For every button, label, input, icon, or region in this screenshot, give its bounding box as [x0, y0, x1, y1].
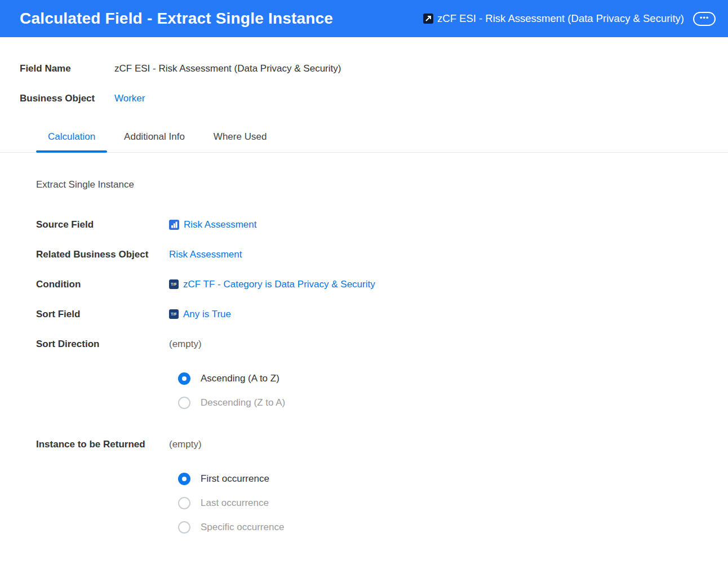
- section-title: Extract Single Instance: [36, 179, 728, 190]
- business-object-label: Business Object: [20, 93, 114, 104]
- source-field-link[interactable]: Risk Assessment: [184, 219, 256, 230]
- radio-last-occurrence[interactable]: Last occurrence: [178, 497, 728, 509]
- radio-button-unselected[interactable]: [178, 397, 190, 409]
- sort-direction-radio-group: Ascending (A to Z) Descending (Z to A): [178, 372, 728, 409]
- radio-specific-occurrence[interactable]: Specific occurrence: [178, 521, 728, 534]
- radio-ascending-label: Ascending (A to Z): [201, 373, 279, 384]
- radio-button-unselected[interactable]: [178, 521, 190, 534]
- radio-first-occurrence[interactable]: First occurrence: [178, 473, 728, 485]
- ellipsis-icon: •••: [700, 14, 709, 21]
- sort-direction-row: Sort Direction (empty): [36, 338, 728, 350]
- sort-field-label: Sort Field: [36, 308, 169, 320]
- tab-where-used-label: Where Used: [214, 131, 267, 142]
- more-actions-button[interactable]: •••: [693, 12, 716, 26]
- condition-row: Condition T/F zCF TF - Category is Data …: [36, 278, 728, 290]
- header-right-group: zCF ESI - Risk Assessment (Data Privacy …: [423, 12, 716, 26]
- header-context-link[interactable]: zCF ESI - Risk Assessment (Data Privacy …: [423, 12, 684, 25]
- tab-bar: Calculation Additional Info Where Used: [0, 131, 728, 153]
- true-false-icon: T/F: [169, 279, 179, 289]
- radio-specific-occurrence-label: Specific occurrence: [201, 522, 284, 533]
- radio-button-selected[interactable]: [178, 372, 190, 385]
- condition-label: Condition: [36, 278, 169, 290]
- business-object-row: Business Object Worker: [20, 93, 728, 104]
- instance-empty-value: (empty): [169, 438, 202, 450]
- radio-button-selected[interactable]: [178, 473, 190, 485]
- instance-to-be-returned-row: Instance to be Returned (empty): [36, 438, 728, 450]
- field-name-value: zCF ESI - Risk Assessment (Data Privacy …: [114, 63, 341, 74]
- radio-descending-label: Descending (Z to A): [201, 397, 285, 408]
- field-name-label: Field Name: [20, 63, 114, 74]
- radio-first-occurrence-label: First occurrence: [201, 473, 269, 485]
- page-title: Calculated Field - Extract Single Instan…: [20, 10, 333, 28]
- summary-section: Field Name zCF ESI - Risk Assessment (Da…: [0, 37, 728, 104]
- calculated-field-icon: [423, 14, 433, 24]
- related-business-object-label: Related Business Object: [36, 248, 169, 260]
- tab-additional-info-label: Additional Info: [124, 131, 185, 142]
- field-name-row: Field Name zCF ESI - Risk Assessment (Da…: [20, 63, 728, 74]
- related-business-object-row: Related Business Object Risk Assessment: [36, 248, 728, 260]
- tab-calculation[interactable]: Calculation: [36, 131, 107, 152]
- sort-field-row: Sort Field T/F Any is True: [36, 308, 728, 320]
- sort-direction-label: Sort Direction: [36, 338, 169, 350]
- business-object-link[interactable]: Worker: [114, 93, 145, 104]
- instance-radio-group: First occurrence Last occurrence Specifi…: [178, 473, 728, 534]
- radio-descending[interactable]: Descending (Z to A): [178, 397, 728, 409]
- bar-chart-icon: [169, 220, 179, 230]
- header-context-label: zCF ESI - Risk Assessment (Data Privacy …: [437, 12, 684, 25]
- instance-to-be-returned-label: Instance to be Returned: [36, 438, 169, 450]
- calculation-panel: Extract Single Instance Source Field Ris…: [0, 153, 728, 567]
- true-false-icon: T/F: [169, 309, 179, 319]
- sort-direction-empty-value: (empty): [169, 338, 202, 350]
- radio-last-occurrence-label: Last occurrence: [201, 497, 269, 509]
- source-field-row: Source Field Risk Assessment: [36, 219, 728, 230]
- tab-additional-info[interactable]: Additional Info: [112, 131, 197, 152]
- condition-link[interactable]: zCF TF - Category is Data Privacy & Secu…: [183, 278, 375, 290]
- radio-ascending[interactable]: Ascending (A to Z): [178, 372, 728, 385]
- tab-where-used[interactable]: Where Used: [202, 131, 278, 152]
- page-header: Calculated Field - Extract Single Instan…: [0, 0, 728, 37]
- radio-button-unselected[interactable]: [178, 497, 190, 509]
- related-business-object-link[interactable]: Risk Assessment: [169, 248, 242, 260]
- source-field-label: Source Field: [36, 219, 169, 230]
- tab-calculation-label: Calculation: [48, 131, 95, 142]
- sort-field-link[interactable]: Any is True: [183, 308, 231, 320]
